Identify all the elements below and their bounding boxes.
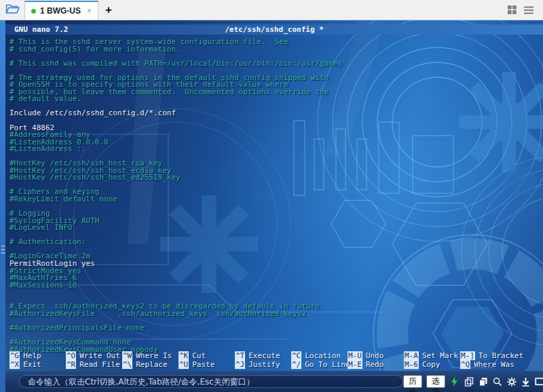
editor-line: #LogLevel INFO [10,224,543,232]
shortcut-key: ^R [66,360,76,369]
nano-title-bar: GNU nano 7.2 /etc/ssh/sshd_config * [5,24,543,35]
shortcut-key: M-E [348,360,362,369]
terminal-area[interactable]: GNU nano 7.2 /etc/ssh/sshd_config * # Th… [5,20,543,392]
shortcut-label: Go To Line [305,360,350,369]
window-side-strip [0,20,5,392]
nano-shortcut: ^GHelp [10,352,66,360]
nano-shortcut: ^WWhere Is [122,352,179,360]
command-bar: 历史选项 [5,371,543,392]
editor-line [10,232,543,239]
shortcut-label: Cut [192,351,206,360]
nano-shortcut: M-6Copy [404,361,460,369]
shortcut-label: Redo [366,360,384,369]
shortcut-label: Where Was [474,360,514,369]
editor-line: #MaxAuthTries 6 [10,275,543,282]
menu-icon[interactable] [524,6,533,14]
editor-line: # possible, but leave them commented. Un… [10,89,543,96]
editor-line: # sshd_config(5) for more information. [10,46,543,54]
editor-line: #RekeyLimit default none [10,196,543,203]
nano-shortcut: ^/Go To Line [291,361,348,369]
shortcut-row-1: ^GHelp^OWrite Out^WWhere Is^KCut^TExecut… [10,352,543,360]
nano-shortcut: ^\Replace [122,361,179,369]
nano-file-title: /etc/ssh/sshd_config * [5,24,543,35]
editor-line: # default value. [10,96,543,103]
editor-line: #ListenAddress 0.0.0.0 [10,139,543,146]
shortcut-key: ^Q [460,360,470,369]
search-icon[interactable] [492,376,502,387]
nano-shortcut: ^UPaste [179,361,235,369]
nano-shortcut: ^QWhere Was [460,361,517,369]
editor-line: #AuthorizedKeysFile .ssh/authorized_keys… [10,311,543,318]
editor-line [10,289,543,296]
new-tab-button[interactable]: + [98,0,119,20]
shortcut-label: Help [23,351,41,360]
nano-shortcut: M-]To Bracket [460,352,517,360]
editor-line: # This sshd was compiled with PATH=/usr/… [10,60,543,68]
shortcut-label: Set Mark [422,351,458,360]
shortcut-key: ^K [179,351,189,360]
window-icon[interactable] [535,376,543,387]
download-icon[interactable] [521,376,531,387]
shortcut-label: Undo [366,351,384,360]
editor-line: #MaxSessions 10 [10,282,543,290]
side-strip-grip[interactable] [1,246,4,256]
history-button[interactable]: 历史 [403,375,422,388]
nano-shortcut: ^CLocation [291,352,348,360]
paste-icon[interactable] [478,376,488,387]
shortcut-key: M-6 [404,360,419,369]
shortcut-label: Location [305,351,341,360]
shortcut-key: ^/ [291,360,301,369]
session-tab[interactable]: 1 BWG-US × [24,1,98,20]
editor-lines[interactable]: # This is the sshd server system-wide co… [10,39,543,353]
tab-bar: 1 BWG-US × + [0,0,543,20]
tabbar-right-tools [508,0,543,20]
lightning-icon[interactable] [449,376,460,387]
editor-line [10,203,543,211]
nano-shortcuts: ^GHelp^OWrite Out^WWhere Is^KCut^TExecut… [10,352,543,370]
editor-line: # Authentication: [10,239,543,246]
shortcut-label: Where Is [136,351,172,360]
tab-label: 1 BWG-US [40,6,81,16]
shortcut-label: Copy [422,360,441,369]
shortcut-key: ^O [66,351,76,360]
shortcut-key: ^C [291,351,301,360]
command-icons [449,376,543,387]
gear-icon[interactable] [506,376,517,387]
shortcut-row-2: ^XExit^RRead File^\Replace^UPaste^JJusti… [10,361,543,369]
shortcut-label: Execute [248,351,280,360]
editor-line: PermitRootLogin yes [10,260,543,268]
shortcut-key: ^\ [122,360,132,369]
editor-line: #AuthorizedPrincipalsFile none [10,325,543,332]
options-button[interactable]: 选项 [426,375,445,388]
shortcut-key: ^T [235,351,245,360]
shortcut-label: Write Out [79,351,120,360]
shortcut-label: To Bracket [479,351,523,360]
editor-line [10,117,543,125]
close-icon[interactable]: × [87,6,92,16]
shortcut-key: M-] [460,351,475,360]
copy-icon[interactable] [464,376,474,387]
terminal-window: GNU nano 7.2 /etc/ssh/sshd_config * # Th… [0,20,543,392]
shortcut-label: Replace [136,360,167,369]
command-buttons: 历史选项 [403,375,449,388]
app-window: 1 BWG-US × + [0,0,543,392]
nano-shortcut: M-UUndo [348,352,404,360]
editor-line: Include /etc/ssh/sshd_config.d/*.conf [10,110,543,117]
shortcut-key: ^W [122,351,132,360]
shortcut-label: Read File [79,360,120,369]
shortcut-label: Paste [192,360,214,369]
nano-shortcut: ^RRead File [66,361,122,369]
nano-shortcut: M-ERedo [348,361,404,369]
shortcut-key: ^U [179,360,189,369]
tab-status-dot [31,9,36,14]
shortcut-key: M-U [348,351,362,360]
grid-view-icon[interactable] [508,5,517,14]
open-session-button[interactable] [0,0,24,20]
nano-shortcut: ^XExit [10,361,66,369]
shortcut-key: ^X [10,360,20,369]
editor-line: #SyslogFacility AUTH [10,218,543,225]
command-input[interactable] [19,375,403,388]
nano-shortcut: M-ASet Mark [404,352,460,360]
nano-shortcut: ^JJustify [235,361,291,369]
folder-icon [5,3,20,17]
